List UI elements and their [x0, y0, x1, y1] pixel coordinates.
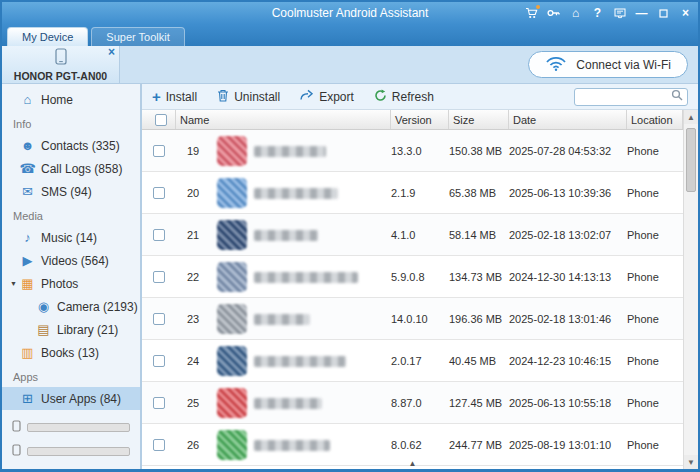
row-checkbox[interactable] [153, 355, 165, 367]
app-location: Phone [627, 271, 683, 283]
app-icon [217, 136, 247, 166]
call-logs-icon: ☎ [19, 161, 36, 176]
row-number: 21 [176, 229, 210, 241]
app-date: 2024-12-30 14:13:13 [509, 271, 627, 283]
sidebar-item-label: Videos (564) [41, 254, 109, 268]
user-apps-icon: ⊞ [19, 391, 36, 406]
sidebar-item-camera[interactable]: ◉ Camera (2193) [2, 295, 140, 318]
row-checkbox[interactable] [153, 229, 165, 241]
header-size[interactable]: Size [449, 110, 509, 129]
app-date: 2025-02-18 13:01:46 [509, 313, 627, 325]
app-icon [217, 346, 247, 376]
table-row[interactable]: 23 14.0.10 196.36 MB 2025-02-18 13:01:46… [142, 298, 683, 340]
scrollbar-thumb[interactable] [686, 128, 696, 192]
uninstall-button[interactable]: Uninstall [217, 89, 280, 105]
app-location: Phone [627, 355, 683, 367]
wifi-icon [545, 55, 567, 74]
row-checkbox[interactable] [153, 313, 165, 325]
sidebar-item-home[interactable]: ⌂ Home [2, 88, 140, 111]
header-name[interactable]: Name [176, 110, 391, 129]
sidebar-item-call-logs[interactable]: ☎ Call Logs (858) [2, 157, 140, 180]
sidebar-item-videos[interactable]: ▶ Videos (564) [2, 249, 140, 272]
sidebar-section-media[interactable]: Media [2, 206, 140, 226]
table-header: Name Version Size Date Location [142, 110, 683, 130]
app-icon [217, 178, 247, 208]
home-icon[interactable]: ⌂ [568, 6, 583, 20]
device-close-icon[interactable]: × [108, 46, 115, 58]
vertical-scrollbar[interactable]: ▲ ▼ [683, 110, 698, 469]
device-card[interactable]: HONOR PGT-AN00 × [2, 46, 120, 83]
connect-wifi-button[interactable]: Connect via Wi-Fi [528, 51, 688, 78]
help-icon[interactable]: ? [590, 6, 605, 20]
row-checkbox[interactable] [153, 145, 165, 157]
close-icon[interactable]: × [678, 6, 693, 20]
tabbar: My Device Super Toolkit [2, 24, 698, 46]
table-row[interactable]: 20 2.1.9 65.38 MB 2025-06-13 10:39:36 Ph… [142, 172, 683, 214]
header-version[interactable]: Version [391, 110, 449, 129]
table-row[interactable]: 22 5.9.0.8 134.73 MB 2024-12-30 14:13:13… [142, 256, 683, 298]
sidebar-item-music[interactable]: ♪ Music (14) [2, 226, 140, 249]
table-row[interactable]: 25 8.87.0 127.45 MB 2025-06-13 10:55:18 … [142, 382, 683, 424]
library-icon: ▤ [35, 322, 52, 337]
sidebar-item-label: Books (13) [41, 346, 99, 360]
scrollbar-down-arrow-icon[interactable]: ▼ [684, 455, 698, 469]
home-icon: ⌂ [19, 92, 36, 107]
sidebar-item-label: Contacts (335) [41, 139, 120, 153]
search-input[interactable] [579, 91, 671, 103]
sidebar-item-user-apps[interactable]: ⊞ User Apps (84) [2, 387, 140, 410]
row-checkbox[interactable] [153, 187, 165, 199]
sidebar-item-books[interactable]: ▥ Books (13) [2, 341, 140, 364]
table-row[interactable]: 21 4.1.0 58.14 MB 2025-02-18 13:02:07 Ph… [142, 214, 683, 256]
titlebar-icons: ⌂ ? — × [524, 6, 698, 20]
feedback-icon[interactable] [612, 6, 627, 20]
table-body: 19 13.3.0 150.38 MB 2025-07-28 04:53:32 … [142, 130, 683, 469]
sidebar-list: ⌂ Home Info ☻ Contacts (335) [2, 88, 140, 410]
app-name-redacted [254, 356, 346, 367]
row-checkbox[interactable] [153, 397, 165, 409]
sidebar-item-photos[interactable]: ▼ ▦ Photos [2, 272, 140, 295]
row-number: 24 [176, 355, 210, 367]
scrollbar-up-arrow-icon[interactable]: ▲ [684, 110, 698, 124]
expand-arrow-icon[interactable]: ▼ [10, 280, 19, 287]
row-number: 22 [176, 271, 210, 283]
search-icon[interactable] [671, 89, 683, 104]
tab-super-toolkit[interactable]: Super Toolkit [91, 27, 184, 46]
install-button[interactable]: + Install [152, 90, 197, 104]
app-size: 244.77 MB [449, 439, 509, 451]
sidebar-item-library[interactable]: ▤ Library (21) [2, 318, 140, 341]
app-icon [217, 430, 247, 460]
key-icon[interactable] [546, 6, 561, 20]
app-location: Phone [627, 145, 683, 157]
sidebar-item-sms[interactable]: ✉ SMS (94) [2, 180, 140, 203]
app-location: Phone [627, 313, 683, 325]
connect-wifi-label: Connect via Wi-Fi [576, 58, 671, 72]
minimize-icon[interactable]: — [634, 6, 649, 20]
scrollbar-track[interactable] [684, 124, 698, 455]
sidebar-section-apps[interactable]: Apps [2, 367, 140, 387]
export-button[interactable]: Export [300, 89, 354, 104]
main-area: ⌂ Home Info ☻ Contacts (335) [2, 84, 698, 469]
table-row[interactable]: 24 2.0.17 40.45 MB 2024-12-23 10:46:15 P… [142, 340, 683, 382]
phone-icon [55, 51, 67, 68]
cart-icon[interactable] [524, 6, 539, 20]
maximize-icon[interactable] [656, 6, 671, 20]
app-name-redacted [254, 230, 318, 241]
search-box [574, 88, 688, 106]
sidebar-item-label: Apps [13, 371, 38, 383]
content-area: + Install Uninstall Export [142, 84, 698, 469]
table-row[interactable]: 19 13.3.0 150.38 MB 2025-07-28 04:53:32 … [142, 130, 683, 172]
app-version: 2.0.17 [391, 355, 449, 367]
sidebar-item-contacts[interactable]: ☻ Contacts (335) [2, 134, 140, 157]
row-checkbox[interactable] [153, 271, 165, 283]
app-name-redacted [254, 188, 338, 199]
header-date[interactable]: Date [509, 110, 627, 129]
app-location: Phone [627, 439, 683, 451]
refresh-button[interactable]: Refresh [374, 89, 434, 105]
sidebar-item-label: User Apps (84) [41, 392, 121, 406]
app-date: 2025-06-13 10:55:18 [509, 397, 627, 409]
header-location[interactable]: Location [627, 110, 683, 129]
tab-my-device[interactable]: My Device [7, 27, 88, 46]
select-all-checkbox[interactable] [142, 110, 176, 129]
row-checkbox[interactable] [153, 439, 165, 451]
sidebar-section-info[interactable]: Info [2, 114, 140, 134]
